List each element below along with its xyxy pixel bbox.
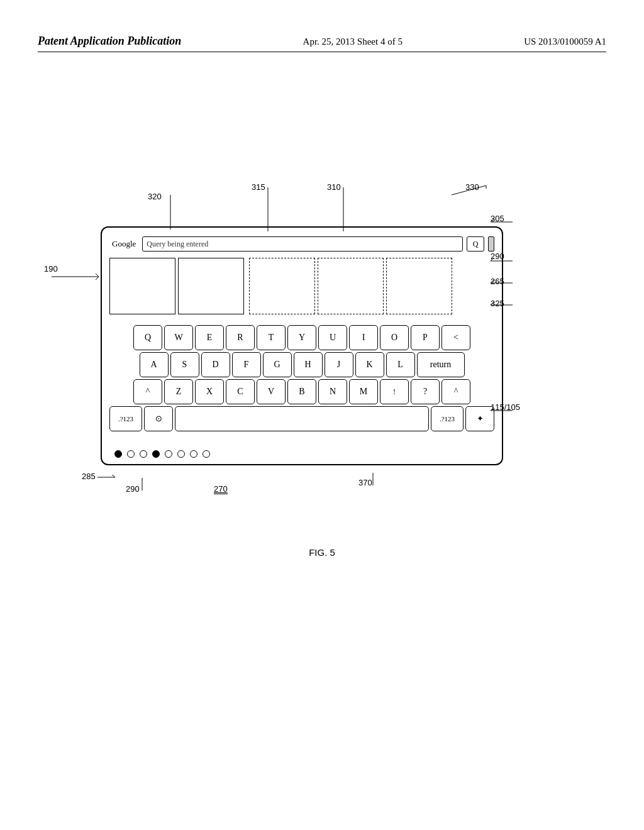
- search-box[interactable]: Query being entered: [142, 236, 463, 252]
- key-shift-left[interactable]: ^: [133, 379, 162, 404]
- dot-3: [165, 450, 172, 458]
- device-frame: Google Query being entered Q Q W E R: [101, 226, 503, 465]
- label-370: 370: [358, 478, 372, 487]
- svg-line-3: [452, 185, 486, 195]
- arrow-290: [491, 258, 516, 270]
- svg-line-16: [96, 274, 99, 277]
- key-question[interactable]: ?: [411, 379, 440, 404]
- keyboard-row-4: .?123 ⊙ .?123 ✦: [109, 406, 494, 431]
- arrow-285: [97, 473, 116, 482]
- arrow-325: [491, 302, 516, 314]
- svg-line-10: [491, 280, 494, 283]
- google-label: Google: [109, 239, 138, 249]
- svg-line-8: [491, 258, 494, 261]
- key-E[interactable]: E: [195, 325, 224, 350]
- key-space[interactable]: [175, 406, 429, 431]
- key-F[interactable]: F: [232, 352, 261, 377]
- publication-label: Patent Application Publication: [38, 35, 181, 48]
- key-R[interactable]: R: [226, 325, 255, 350]
- key-sym-right[interactable]: .?123: [431, 406, 464, 431]
- key-Y[interactable]: Y: [287, 325, 316, 350]
- key-V[interactable]: V: [257, 379, 286, 404]
- key-A[interactable]: A: [140, 352, 169, 377]
- key-N[interactable]: N: [318, 379, 347, 404]
- label-315: 315: [252, 182, 265, 192]
- label-310: 310: [327, 182, 341, 192]
- label-285: 285: [82, 472, 96, 481]
- key-L[interactable]: L: [386, 352, 415, 377]
- arrow-115-105: [491, 407, 516, 420]
- address-bar-row: Google Query being entered Q: [109, 235, 494, 253]
- key-P[interactable]: P: [411, 325, 440, 350]
- caption-text: FIG. 5: [309, 547, 335, 558]
- arrow-305: [491, 219, 516, 231]
- line-310: [343, 187, 344, 231]
- svg-line-17: [96, 277, 99, 280]
- line-370: [372, 473, 374, 485]
- keyboard-row-2: A S D F G H J K L return: [109, 352, 494, 377]
- svg-line-6: [491, 219, 494, 222]
- dot-indicators: [114, 450, 210, 458]
- arrow-190: [52, 274, 102, 286]
- svg-line-19: [112, 475, 115, 477]
- label-270-text: 270: [214, 484, 228, 494]
- key-X[interactable]: X: [195, 379, 224, 404]
- label-190: 190: [44, 264, 58, 274]
- key-M[interactable]: M: [349, 379, 378, 404]
- key-G[interactable]: G: [263, 352, 292, 377]
- key-T[interactable]: T: [257, 325, 286, 350]
- key-U[interactable]: U: [318, 325, 347, 350]
- key-W[interactable]: W: [164, 325, 193, 350]
- keyboard-row-3: ^ Z X C V B N M ! ? ^: [109, 379, 494, 404]
- dot-5: [190, 450, 197, 458]
- dot-filled: [114, 450, 122, 458]
- key-D[interactable]: D: [201, 352, 230, 377]
- keyboard-area: Q W E R T Y U I O P < A S D F G H J: [109, 325, 494, 448]
- key-H[interactable]: H: [294, 352, 323, 377]
- key-return[interactable]: return: [417, 352, 465, 377]
- keyboard-row-1: Q W E R T Y U I O P <: [109, 325, 494, 350]
- key-exclaim[interactable]: !: [380, 379, 409, 404]
- search-button[interactable]: Q: [467, 236, 484, 252]
- patent-number-label: US 2013/0100059 A1: [524, 36, 606, 47]
- key-backspace[interactable]: <: [441, 325, 470, 350]
- suggestion-dashed-2[interactable]: [318, 258, 384, 314]
- label-270: 270: [214, 484, 228, 494]
- key-J[interactable]: J: [325, 352, 353, 377]
- svg-line-14: [491, 407, 494, 411]
- key-I[interactable]: I: [349, 325, 378, 350]
- scroll-indicator: [488, 236, 494, 252]
- key-Z[interactable]: Z: [164, 379, 193, 404]
- dot-1: [127, 450, 135, 458]
- dot-6: [203, 450, 210, 458]
- key-K[interactable]: K: [355, 352, 384, 377]
- page-header: Patent Application Publication Apr. 25, …: [38, 35, 606, 52]
- key-emoji[interactable]: ⊙: [144, 406, 173, 431]
- key-sym-left[interactable]: .?123: [109, 406, 142, 431]
- line-315: [267, 187, 269, 231]
- dot-4: [177, 450, 185, 458]
- line-320: [170, 195, 171, 230]
- diagram-container: Google Query being entered Q Q W E R: [63, 201, 541, 490]
- key-Q[interactable]: Q: [133, 325, 162, 350]
- suggestion-area: [109, 258, 499, 321]
- suggestion-solid-2[interactable]: [178, 258, 244, 314]
- label-290-bottom: 290: [126, 484, 140, 494]
- line-290-bottom: [142, 478, 143, 490]
- svg-line-12: [491, 302, 494, 305]
- suggestion-solid-1[interactable]: [109, 258, 175, 314]
- figure-caption: FIG. 5: [0, 547, 644, 558]
- key-shift-right[interactable]: ^: [441, 379, 470, 404]
- suggestion-dashed-3[interactable]: [386, 258, 452, 314]
- date-sheet-label: Apr. 25, 2013 Sheet 4 of 5: [303, 36, 402, 47]
- arrow-330: [452, 185, 489, 204]
- key-B[interactable]: B: [287, 379, 316, 404]
- label-320: 320: [148, 192, 162, 201]
- key-C[interactable]: C: [226, 379, 255, 404]
- dot-filled-2: [152, 450, 160, 458]
- suggestion-dashed-1[interactable]: [249, 258, 315, 314]
- arrow-265: [491, 280, 516, 292]
- dot-2: [140, 450, 147, 458]
- key-S[interactable]: S: [170, 352, 199, 377]
- key-O[interactable]: O: [380, 325, 409, 350]
